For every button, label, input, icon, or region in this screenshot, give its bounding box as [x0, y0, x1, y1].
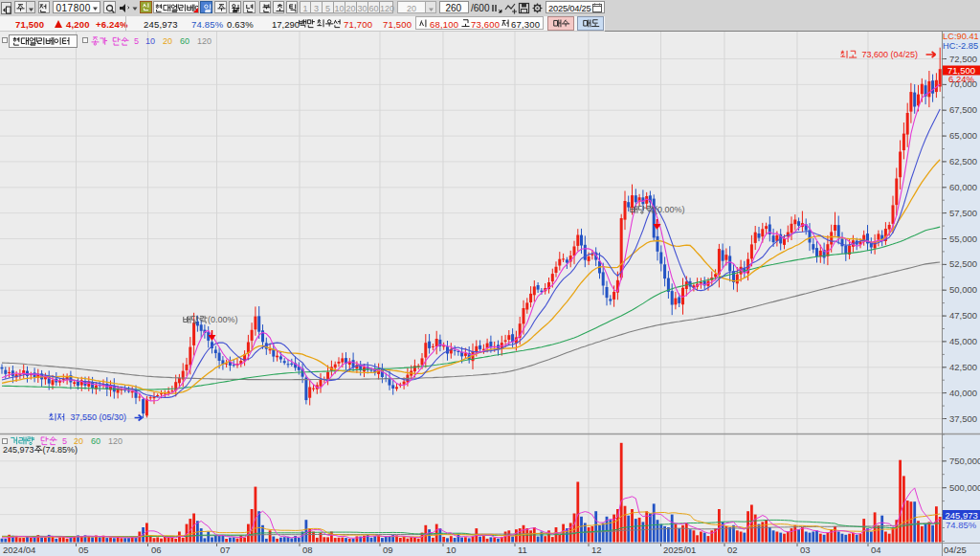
- svg-text:52,500: 52,500: [949, 258, 977, 269]
- svg-text:(0.00%): (0.00%): [655, 205, 685, 214]
- svg-text:42,500: 42,500: [949, 362, 977, 372]
- svg-text:57,500: 57,500: [949, 208, 977, 218]
- svg-text:73,600 (04/25): 73,600 (04/25): [862, 50, 919, 59]
- svg-text:20: 20: [163, 36, 172, 46]
- svg-text:120: 120: [108, 436, 122, 446]
- svg-text:04/25: 04/25: [944, 545, 967, 555]
- svg-text:65,000: 65,000: [949, 130, 977, 141]
- svg-text:LC:90.41: LC:90.41: [943, 32, 979, 41]
- svg-text:750,000: 750,000: [949, 456, 980, 466]
- svg-text:40,000: 40,000: [949, 388, 977, 398]
- svg-text:05: 05: [78, 545, 89, 555]
- svg-text:50,000: 50,000: [949, 284, 977, 295]
- svg-text:HC:-2.85: HC:-2.85: [943, 41, 978, 51]
- svg-text:67,500: 67,500: [949, 104, 977, 115]
- svg-text:47,500: 47,500: [949, 310, 977, 321]
- svg-text:60: 60: [180, 36, 189, 46]
- svg-text:45,000: 45,000: [949, 336, 977, 346]
- svg-text:37,500: 37,500: [949, 413, 977, 424]
- svg-text:08: 08: [302, 545, 313, 555]
- svg-text:(0.00%): (0.00%): [208, 315, 238, 324]
- svg-text:04: 04: [871, 545, 881, 555]
- svg-text:(74.85%): (74.85%): [42, 445, 78, 455]
- svg-text:72,500: 72,500: [949, 54, 977, 64]
- svg-text:2024/04: 2024/04: [3, 545, 35, 555]
- svg-text:6.24%: 6.24%: [948, 74, 974, 84]
- svg-text:62,500: 62,500: [949, 156, 977, 167]
- svg-text:37,550 (05/30): 37,550 (05/30): [71, 412, 127, 422]
- svg-text:10: 10: [145, 36, 155, 46]
- svg-text:03: 03: [800, 545, 811, 555]
- svg-text:06: 06: [151, 545, 162, 555]
- svg-text:245,973: 245,973: [3, 445, 34, 455]
- svg-text:07: 07: [220, 545, 231, 555]
- svg-text:11: 11: [518, 545, 527, 555]
- svg-text:12: 12: [591, 545, 602, 555]
- svg-text:120: 120: [197, 36, 212, 46]
- svg-text:5: 5: [134, 36, 139, 46]
- svg-text:10: 10: [446, 545, 457, 555]
- svg-text:74.85%: 74.85%: [946, 520, 977, 530]
- svg-text:500,000: 500,000: [949, 482, 980, 493]
- svg-text:55,000: 55,000: [949, 234, 977, 244]
- svg-text:60,000: 60,000: [949, 182, 977, 192]
- svg-text:2025/01: 2025/01: [663, 545, 696, 555]
- svg-text:09: 09: [383, 545, 393, 555]
- svg-text:5: 5: [62, 436, 67, 446]
- svg-text:02: 02: [727, 545, 738, 555]
- svg-text:20: 20: [74, 436, 83, 446]
- svg-text:60: 60: [91, 436, 100, 446]
